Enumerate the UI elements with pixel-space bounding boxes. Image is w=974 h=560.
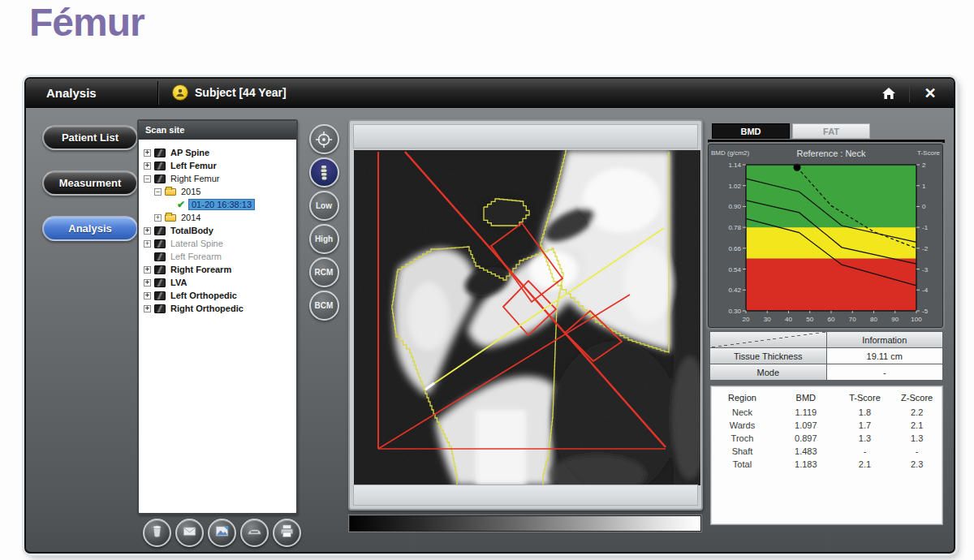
xray-canvas[interactable] bbox=[354, 150, 700, 485]
x-tick: 40 bbox=[785, 316, 792, 323]
email-icon bbox=[181, 523, 198, 543]
y-tick-left: 1.14 bbox=[728, 162, 741, 169]
home-button[interactable] bbox=[877, 83, 901, 103]
tree-expander-icon[interactable]: + bbox=[144, 149, 151, 157]
x-tick: 80 bbox=[870, 316, 877, 323]
region-value: - bbox=[838, 446, 892, 459]
sidebar-item-patient-list[interactable]: Patient List bbox=[42, 125, 138, 150]
region-value: 1.119 bbox=[774, 407, 838, 420]
tree-item-label: 2014 bbox=[179, 213, 203, 222]
tree-item[interactable]: +AP Spine bbox=[142, 146, 295, 159]
tree-expander-icon[interactable]: − bbox=[154, 188, 162, 196]
tree-item[interactable]: +Right Orthopedic bbox=[142, 302, 295, 315]
low-tool-button[interactable]: Low bbox=[309, 191, 339, 221]
output-toolbar bbox=[143, 519, 301, 547]
region-value: 2.1 bbox=[891, 420, 942, 433]
y-tick-right: 1 bbox=[922, 183, 926, 190]
x-tick: 30 bbox=[764, 316, 771, 323]
email-button[interactable] bbox=[175, 519, 204, 547]
check-icon: ✔ bbox=[175, 200, 187, 209]
thumb-body-icon bbox=[154, 226, 166, 235]
tree-expander-icon[interactable]: + bbox=[144, 227, 151, 235]
sidebar-item-label: Analysis bbox=[68, 222, 111, 235]
send-scan-button[interactable] bbox=[240, 519, 269, 547]
page-title: Fémur bbox=[29, 0, 144, 45]
thumb-forearm-icon bbox=[154, 265, 166, 274]
y-tick-left: 0.42 bbox=[728, 286, 741, 294]
tree-item[interactable]: +LVA bbox=[142, 276, 295, 289]
region-value: 1.097 bbox=[774, 420, 838, 433]
region-value: 1.183 bbox=[774, 459, 838, 472]
tree-item[interactable]: +2014 bbox=[142, 211, 295, 224]
thumb-femur-icon bbox=[154, 162, 166, 170]
export-image-button[interactable] bbox=[208, 519, 236, 547]
sidebar-item-analysis[interactable]: Analysis bbox=[42, 216, 138, 241]
tree-expander-icon[interactable]: + bbox=[144, 266, 151, 274]
tab-bmd[interactable]: BMD bbox=[712, 123, 790, 139]
spine-tool-button[interactable] bbox=[309, 157, 339, 187]
region-value: - bbox=[891, 446, 942, 459]
tree-item-label: Right Forearm bbox=[168, 265, 234, 274]
scan-site-header: Scan site bbox=[139, 121, 296, 140]
tree-item[interactable]: Left Forearm bbox=[142, 250, 295, 263]
region-value: 2.2 bbox=[891, 407, 942, 420]
region-name: Shaft bbox=[711, 446, 774, 459]
print-button[interactable] bbox=[273, 519, 301, 547]
bcm-tool-button[interactable]: BCM bbox=[309, 291, 339, 321]
title-bar: Analysis Subject [44 Year] ✕ bbox=[26, 79, 954, 108]
sidebar-item-measurment[interactable]: Measurment bbox=[42, 170, 138, 196]
tree-item-label: Right Femur bbox=[168, 174, 222, 183]
info-table-corner-cell bbox=[709, 331, 827, 348]
tree-expander-icon[interactable]: + bbox=[144, 279, 151, 286]
application-window: Analysis Subject [44 Year] ✕ Patient Lis… bbox=[24, 77, 955, 554]
y-tick-right: 0 bbox=[922, 203, 926, 210]
tree-item[interactable]: +Left Orthopedic bbox=[142, 289, 295, 302]
high-tool-button[interactable]: High bbox=[309, 224, 339, 254]
tree-item[interactable]: +Right Forearm bbox=[142, 263, 295, 276]
tree-item[interactable]: ✔01-20 16:38:13 bbox=[142, 198, 295, 211]
folder-icon bbox=[165, 214, 176, 222]
region-value: 1.3 bbox=[838, 433, 892, 446]
tree-expander-icon[interactable]: + bbox=[144, 292, 151, 299]
contrast-gradient-bar[interactable] bbox=[349, 515, 701, 532]
region-table: RegionBMDT-ScoreZ-ScoreNeck1.1191.82.2Wa… bbox=[711, 393, 942, 472]
folder-open-icon bbox=[165, 188, 176, 196]
tree-item[interactable]: +Left Femur bbox=[142, 159, 295, 172]
tree-item-label: 01-20 16:38:13 bbox=[189, 200, 254, 209]
y-tick-left: 1.02 bbox=[728, 183, 741, 190]
region-column-header: Z-Score bbox=[891, 393, 942, 407]
tree-item[interactable]: −2015 bbox=[142, 185, 295, 198]
tree-expander-icon[interactable]: + bbox=[144, 305, 151, 312]
y-tick-right: -3 bbox=[922, 266, 929, 274]
scan-site-panel: Scan site +AP Spine+Left Femur−Right Fem… bbox=[137, 119, 298, 515]
info-row-value: 19.11 cm bbox=[826, 347, 944, 364]
tab-fat[interactable]: FAT bbox=[792, 123, 870, 139]
thumb-forearm-icon bbox=[154, 252, 166, 261]
tree-item[interactable]: −Right Femur bbox=[142, 172, 295, 185]
information-table: InformationTissue Thickness19.11 cmMode- bbox=[710, 332, 943, 381]
tree-item[interactable]: +Lateral Spine bbox=[142, 237, 295, 250]
y-axis-right-label: T-Score bbox=[917, 149, 941, 157]
tree-item-label: TotalBody bbox=[168, 226, 216, 235]
tree-expander-icon[interactable]: + bbox=[144, 162, 151, 170]
target-tool-button[interactable] bbox=[309, 124, 339, 154]
send-scan-icon bbox=[246, 523, 263, 543]
subject-chip: Subject [44 Year] bbox=[172, 84, 287, 101]
tree-item[interactable]: +TotalBody bbox=[142, 224, 295, 237]
rcm-tool-button[interactable]: RCM bbox=[309, 257, 339, 287]
region-value: 0.897 bbox=[774, 433, 838, 446]
info-row-label: Mode bbox=[709, 364, 827, 381]
close-button[interactable]: ✕ bbox=[918, 83, 942, 103]
tab-strip bbox=[708, 140, 945, 143]
tree-item-label: Left Femur bbox=[168, 161, 219, 170]
y-tick-right: -1 bbox=[922, 224, 929, 231]
tree-expander-icon[interactable]: + bbox=[144, 240, 151, 248]
tree-expander-icon[interactable]: − bbox=[144, 175, 151, 183]
chart-title: Reference : Neck bbox=[797, 149, 866, 158]
scan-tree: +AP Spine+Left Femur−Right Femur−2015✔01… bbox=[139, 140, 296, 317]
section-title: Analysis bbox=[46, 86, 97, 100]
delete-button[interactable] bbox=[143, 519, 171, 547]
info-row-value: - bbox=[826, 364, 944, 381]
tree-expander-icon[interactable]: + bbox=[154, 214, 162, 222]
region-value: 1.8 bbox=[838, 407, 892, 420]
